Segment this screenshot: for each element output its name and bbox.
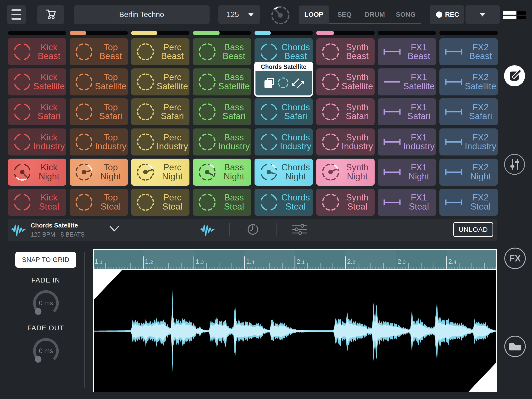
- svg-text:FX: FX: [509, 253, 521, 263]
